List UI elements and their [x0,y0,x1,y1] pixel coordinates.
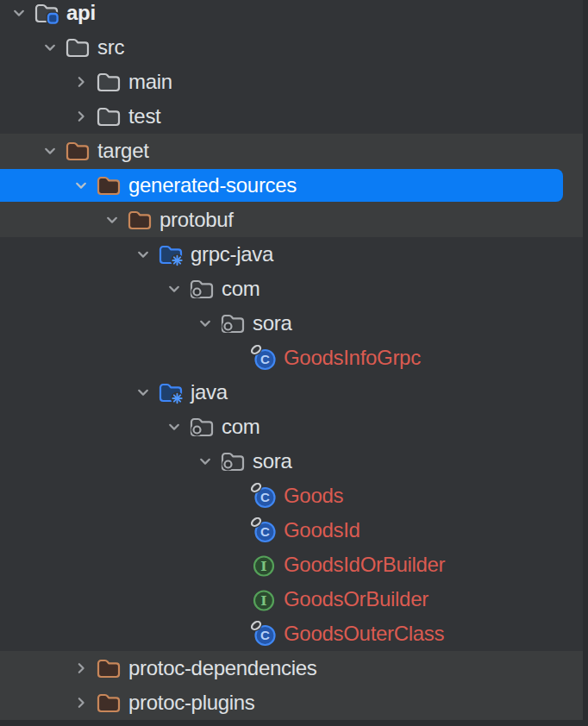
generated-sources-root-folder-icon [158,379,184,405]
tree-item-GoodsOuterClass[interactable]: C GoodsOuterClass [0,616,588,651]
tree-item-label: java [191,375,228,410]
tree-item-label: GoodsOrBuilder [284,582,428,616]
interface-icon: I [251,586,277,612]
final-class-icon: C [251,483,277,509]
chevron-spacer [228,488,244,504]
folder-icon [96,69,122,95]
tree-item-Goods[interactable]: C Goods [0,479,588,513]
chevron-down-icon[interactable] [42,143,58,159]
tree-item-label: GoodsIdOrBuilder [284,548,445,582]
chevron-right-icon[interactable] [73,74,89,90]
chevron-down-icon[interactable] [135,385,151,400]
chevron-down-icon[interactable] [166,419,182,435]
chevron-spacer [228,626,244,642]
chevron-spacer [228,523,244,538]
chevron-right-icon[interactable] [73,695,89,710]
chevron-right-icon[interactable] [73,109,89,124]
package-icon [220,448,246,474]
final-class-icon: C [251,345,277,371]
folder-icon [96,103,122,129]
tree-item-src[interactable]: src [0,30,588,65]
excluded-folder-icon [127,207,153,233]
tree-item-label: Goods [284,479,343,513]
tree-item-label: api [66,0,96,30]
project-tree: api src main test target generated-sourc… [0,0,588,720]
svg-text:I: I [260,592,266,609]
tree-item-protobuf[interactable]: protobuf [0,203,588,237]
tree-item-label: grpc-java [191,237,273,272]
svg-text:C: C [260,628,270,642]
folder-icon [65,34,91,60]
tree-item-protoc-dependencies[interactable]: protoc-dependencies [0,651,588,685]
tree-item-label: com [222,410,260,444]
panel-right-border [583,0,588,726]
tree-item-grpc-java[interactable]: grpc-java [0,237,588,272]
tree-item-label: GoodsInfoGrpc [284,341,421,375]
chevron-spacer [228,591,244,607]
tree-item-label: generated-sources [128,168,297,203]
tree-item-label: GoodsOuterClass [284,616,444,651]
chevron-down-icon[interactable] [73,178,89,193]
interface-icon: I [251,552,277,578]
chevron-right-icon[interactable] [73,660,89,676]
chevron-down-icon[interactable] [104,212,120,228]
svg-text:I: I [260,558,266,574]
svg-text:C: C [260,524,270,539]
tree-item-label: protoc-dependencies [128,651,316,685]
final-class-icon: C [251,517,277,543]
tree-item-label: com [222,272,260,306]
tree-item-test[interactable]: test [0,99,588,134]
tree-item-generated-sources[interactable]: generated-sources [0,168,588,203]
tree-item-label: protobuf [160,203,234,237]
tree-item-GoodsId[interactable]: C GoodsId [0,513,588,548]
chevron-spacer [228,557,244,573]
chevron-down-icon[interactable] [11,5,27,21]
tree-item-label: main [128,65,172,99]
chevron-down-icon[interactable] [135,247,151,262]
final-class-icon: C [251,621,277,647]
svg-text:C: C [260,490,270,504]
tree-item-label: GoodsId [284,513,360,548]
svg-text:C: C [260,352,270,366]
chevron-down-icon[interactable] [166,281,182,297]
tree-item-GoodsInfoGrpc[interactable]: C GoodsInfoGrpc [0,341,588,375]
chevron-spacer [228,350,244,366]
tree-item-main[interactable]: main [0,65,588,99]
tree-item-label: src [97,30,124,65]
tree-item-sora[interactable]: sora [0,444,588,479]
excluded-folder-icon [96,172,122,198]
generated-sources-root-folder-icon [158,241,184,267]
tree-item-label: target [97,134,149,168]
chevron-down-icon[interactable] [197,454,213,469]
tree-item-label: sora [253,444,292,479]
package-icon [189,414,215,440]
project-tree-panel: api src main test target generated-sourc… [0,0,588,726]
tree-item-GoodsIdOrBuilder[interactable]: I GoodsIdOrBuilder [0,548,588,582]
tree-item-protoc-plugins[interactable]: protoc-plugins [0,685,588,720]
excluded-folder-icon [96,655,122,681]
tree-item-com[interactable]: com [0,410,588,444]
tree-item-GoodsOrBuilder[interactable]: I GoodsOrBuilder [0,582,588,616]
excluded-folder-icon [96,690,122,716]
tree-item-label: test [128,99,160,134]
package-icon [220,310,246,336]
tree-item-label: sora [253,306,292,341]
tree-item-api[interactable]: api [0,0,588,30]
chevron-down-icon[interactable] [197,316,213,331]
tree-item-java[interactable]: java [0,375,588,410]
tree-item-target[interactable]: target [0,134,588,168]
package-icon [189,276,215,302]
chevron-down-icon[interactable] [42,40,58,55]
excluded-folder-icon [65,138,91,164]
tree-item-label: protoc-plugins [128,685,255,720]
tree-item-com[interactable]: com [0,272,588,306]
tree-item-sora[interactable]: sora [0,306,588,341]
project-folder-icon [34,0,59,26]
panel-bottom-border [0,720,588,726]
